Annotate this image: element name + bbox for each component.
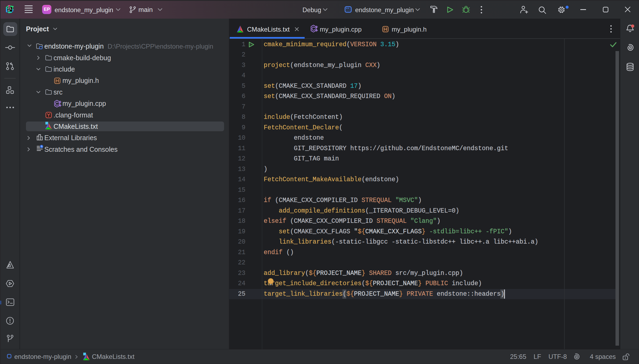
svg-text:CL: CL xyxy=(8,7,12,10)
